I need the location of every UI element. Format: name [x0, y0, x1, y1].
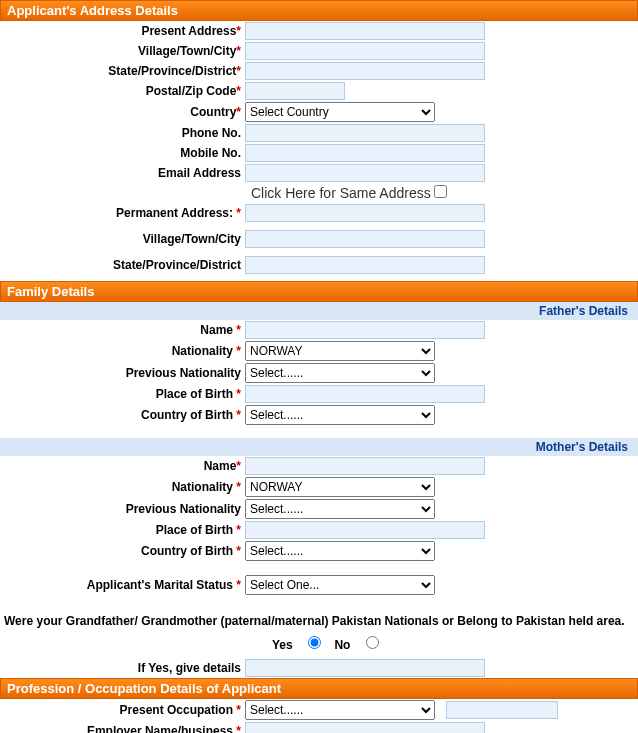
- label-mother-name: Name*: [0, 459, 245, 473]
- grandparent-question: Were your Grandfather/ Grandmother (pate…: [0, 608, 638, 634]
- grandparent-no-radio[interactable]: [366, 636, 379, 649]
- mother-cob-select[interactable]: Select......: [245, 541, 435, 561]
- section-header-profession: Profession / Occupation Details of Appli…: [0, 678, 638, 699]
- father-pob-input[interactable]: [245, 385, 485, 403]
- label-present-occ: Present Occupation *: [0, 703, 245, 717]
- village-input[interactable]: [245, 42, 485, 60]
- label-permanent-address: Permanent Address: *: [0, 206, 245, 220]
- postal-input[interactable]: [245, 82, 345, 100]
- employer-input[interactable]: [245, 722, 485, 733]
- label-mother-nationality: Nationality *: [0, 480, 245, 494]
- sub-header-father: Father's Details: [0, 302, 638, 320]
- mobile-input[interactable]: [245, 144, 485, 162]
- father-name-input[interactable]: [245, 321, 485, 339]
- permanent-address-input[interactable]: [245, 204, 485, 222]
- label-father-nationality: Nationality *: [0, 344, 245, 358]
- mother-nationality-select[interactable]: NORWAY: [245, 477, 435, 497]
- phone-input[interactable]: [245, 124, 485, 142]
- perm-village-input[interactable]: [245, 230, 485, 248]
- grandparent-yes-radio[interactable]: [308, 636, 321, 649]
- label-postal: Postal/Zip Code*: [0, 84, 245, 98]
- label-state: State/Province/District*: [0, 64, 245, 78]
- state-input[interactable]: [245, 62, 485, 80]
- label-email: Email Address: [0, 166, 245, 180]
- father-prev-nat-select[interactable]: Select......: [245, 363, 435, 383]
- label-perm-village: Village/Town/City: [0, 232, 245, 246]
- mother-name-input[interactable]: [245, 457, 485, 475]
- present-occ-extra-input[interactable]: [446, 701, 558, 719]
- label-father-pob: Place of Birth *: [0, 387, 245, 401]
- label-country: Country*: [0, 105, 245, 119]
- label-mother-pob: Place of Birth *: [0, 523, 245, 537]
- perm-state-input[interactable]: [245, 256, 485, 274]
- mother-pob-input[interactable]: [245, 521, 485, 539]
- section-header-address: Applicant's Address Details: [0, 0, 638, 21]
- label-marital: Applicant's Marital Status *: [0, 578, 245, 592]
- label-perm-state: State/Province/District: [0, 258, 245, 272]
- label-father-prev-nat: Previous Nationality: [0, 366, 245, 380]
- label-village: Village/Town/City*: [0, 44, 245, 58]
- label-phone: Phone No.: [0, 126, 245, 140]
- sub-header-mother: Mother's Details: [0, 438, 638, 456]
- marital-select[interactable]: Select One...: [245, 575, 435, 595]
- father-nationality-select[interactable]: NORWAY: [245, 341, 435, 361]
- label-mother-prev-nat: Previous Nationality: [0, 502, 245, 516]
- present-address-input[interactable]: [245, 22, 485, 40]
- country-select[interactable]: Select Country: [245, 102, 435, 122]
- label-father-cob: Country of Birth *: [0, 408, 245, 422]
- same-address-label: Click Here for Same Address: [251, 185, 431, 201]
- label-mother-cob: Country of Birth *: [0, 544, 245, 558]
- label-if-yes: If Yes, give details: [0, 661, 245, 675]
- label-mobile: Mobile No.: [0, 146, 245, 160]
- email-input[interactable]: [245, 164, 485, 182]
- grandparent-yes-label: Yes: [272, 638, 293, 652]
- if-yes-details-input[interactable]: [245, 659, 485, 677]
- label-employer: Employer Name/business *: [0, 724, 245, 733]
- label-present-address: Present Address*: [0, 24, 245, 38]
- father-cob-select[interactable]: Select......: [245, 405, 435, 425]
- mother-prev-nat-select[interactable]: Select......: [245, 499, 435, 519]
- label-father-name: Name *: [0, 323, 245, 337]
- present-occ-select[interactable]: Select......: [245, 700, 435, 720]
- same-address-checkbox[interactable]: [434, 185, 447, 198]
- section-header-family: Family Details: [0, 281, 638, 302]
- grandparent-no-label: No: [334, 638, 350, 652]
